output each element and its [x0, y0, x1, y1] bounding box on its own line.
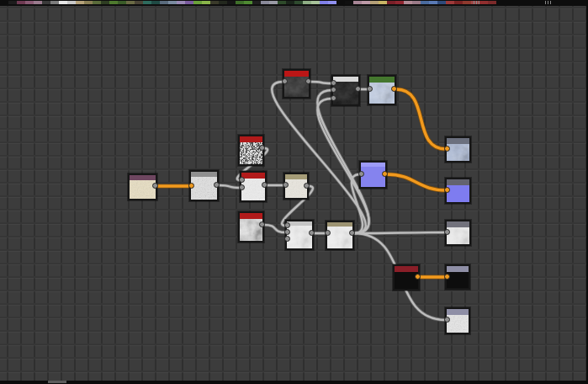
node-header [447, 309, 469, 315]
strip-thumbnail[interactable] [8, 1, 17, 4]
strip-thumbnail[interactable] [185, 1, 193, 4]
input-connector[interactable] [284, 229, 290, 235]
strip-thumbnail[interactable] [294, 1, 303, 4]
strip-thumbnail[interactable] [135, 1, 143, 4]
output-connector[interactable] [305, 78, 311, 84]
output-connector[interactable] [259, 221, 265, 227]
strip-thumbnail[interactable] [227, 1, 236, 4]
node-header [284, 71, 309, 77]
strip-thumbnail[interactable] [395, 1, 404, 4]
input-connector[interactable] [444, 146, 450, 152]
strip-thumbnail[interactable] [118, 1, 126, 4]
strip-thumbnail[interactable] [261, 1, 269, 4]
output-connector[interactable] [415, 274, 421, 280]
strip-thumbnail[interactable] [193, 1, 202, 4]
strip-thumbnail[interactable] [252, 1, 261, 4]
strip-thumbnail[interactable] [126, 1, 135, 4]
output-connector[interactable] [382, 171, 388, 177]
output-connector[interactable] [355, 86, 361, 92]
strip-thumbnail[interactable] [404, 1, 412, 4]
strip-thumbnail[interactable] [328, 1, 336, 4]
input-connector[interactable] [331, 87, 336, 93]
output-connector[interactable] [349, 230, 355, 236]
strip-thumbnail[interactable] [353, 1, 362, 4]
node-header [130, 175, 156, 180]
strip-thumbnail[interactable] [59, 1, 67, 4]
scrollbar-ticks[interactable] [474, 1, 479, 4]
strip-thumbnail[interactable] [286, 1, 294, 4]
strip-thumbnail[interactable] [370, 1, 379, 4]
strip-thumbnail[interactable] [303, 1, 311, 4]
strip-thumbnail[interactable] [202, 1, 210, 4]
input-connector[interactable] [444, 274, 450, 280]
strip-thumbnail[interactable] [236, 1, 244, 4]
strip-thumbnail[interactable] [362, 1, 370, 4]
strip-thumbnail[interactable] [151, 1, 160, 4]
input-connector[interactable] [444, 229, 450, 235]
strip-thumbnail[interactable] [311, 1, 320, 4]
input-connector[interactable] [325, 230, 331, 236]
output-connector[interactable] [391, 86, 397, 92]
strip-thumbnail[interactable] [379, 1, 387, 4]
strip-thumbnail[interactable] [84, 1, 93, 4]
strip-thumbnail[interactable] [76, 1, 84, 4]
input-connector[interactable] [239, 184, 245, 190]
strip-thumbnail[interactable] [387, 1, 395, 4]
input-connector[interactable] [358, 171, 364, 177]
strip-thumbnail[interactable] [320, 1, 328, 4]
input-connector[interactable] [331, 95, 336, 101]
strip-thumbnail[interactable] [101, 1, 109, 4]
output-connector[interactable] [262, 182, 268, 188]
thumbnail-strip[interactable] [8, 1, 496, 4]
scrollbar-ticks[interactable] [545, 1, 551, 4]
output-connector[interactable] [214, 182, 220, 188]
strip-thumbnail[interactable] [168, 1, 177, 4]
strip-thumbnail[interactable] [177, 1, 185, 4]
strip-thumbnail[interactable] [421, 1, 429, 4]
strip-thumbnail[interactable] [336, 1, 345, 4]
strip-thumbnail[interactable] [160, 1, 168, 4]
output-connector[interactable] [304, 183, 310, 189]
node-header [447, 138, 469, 144]
node-header [361, 163, 385, 167]
strip-thumbnail[interactable] [67, 1, 76, 4]
strip-thumbnail[interactable] [446, 1, 454, 4]
strip-thumbnail[interactable] [278, 1, 286, 4]
strip-thumbnail[interactable] [17, 1, 25, 4]
input-connector[interactable] [444, 317, 450, 323]
input-connector[interactable] [367, 86, 373, 92]
strip-thumbnail[interactable] [454, 1, 463, 4]
strip-thumbnail[interactable] [109, 1, 118, 4]
input-connector[interactable] [282, 78, 288, 84]
input-connector[interactable] [284, 236, 290, 242]
node-header [447, 179, 469, 185]
strip-thumbnail[interactable] [345, 1, 353, 4]
strip-thumbnail[interactable] [463, 1, 471, 4]
input-connector[interactable] [188, 183, 194, 189]
strip-thumbnail[interactable] [42, 1, 50, 4]
strip-thumbnail[interactable] [437, 1, 446, 4]
strip-thumbnail[interactable] [143, 1, 151, 4]
output-connector[interactable] [152, 183, 158, 189]
strip-thumbnail[interactable] [50, 1, 59, 4]
input-connector[interactable] [444, 187, 450, 193]
input-connector[interactable] [331, 80, 336, 86]
strip-thumbnail[interactable] [244, 1, 252, 4]
strip-thumbnail[interactable] [488, 1, 496, 4]
strip-thumbnail[interactable] [93, 1, 101, 4]
node-header [369, 77, 395, 83]
strip-thumbnail[interactable] [210, 1, 219, 4]
strip-thumbnail[interactable] [479, 1, 488, 4]
strip-thumbnail[interactable] [429, 1, 437, 4]
strip-thumbnail[interactable] [219, 1, 227, 4]
input-connector[interactable] [239, 177, 245, 183]
strip-thumbnail[interactable] [269, 1, 278, 4]
input-connector[interactable] [284, 222, 290, 228]
strip-thumbnail[interactable] [25, 1, 34, 4]
strip-thumbnail[interactable] [34, 1, 42, 4]
input-connector[interactable] [283, 182, 289, 188]
output-connector[interactable] [309, 230, 315, 236]
strip-thumbnail[interactable] [412, 1, 421, 4]
bottom-scroll-notch[interactable] [48, 381, 66, 383]
output-connector[interactable] [259, 145, 265, 151]
